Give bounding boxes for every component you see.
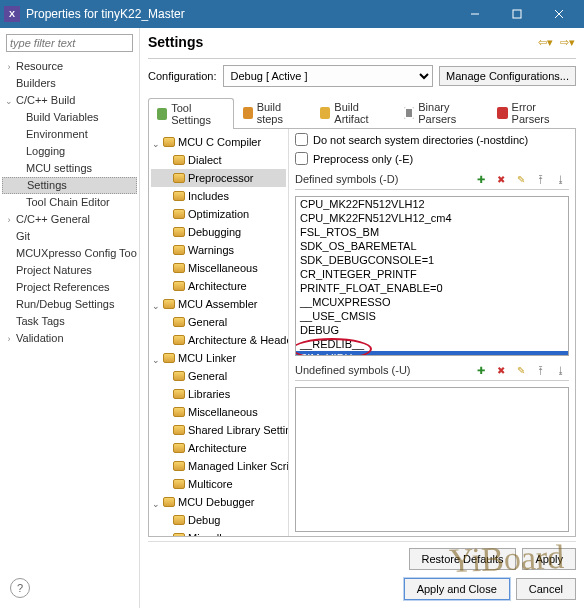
tab-build-artifact[interactable]: Build Artifact [311,97,395,128]
tool-mcu-c-compiler[interactable]: ⌄MCU C Compiler [151,133,286,151]
help-button[interactable]: ? [10,578,30,598]
tool-warnings[interactable]: Warnings [151,241,286,259]
symbol-item[interactable]: __USE_CMSIS [296,309,568,323]
tool-optimization[interactable]: Optimization [151,205,286,223]
category-run-debug-settings[interactable]: Run/Debug Settings [2,296,137,313]
configuration-select[interactable]: Debug [ Active ] [223,65,434,87]
delete-symbol-icon[interactable]: ✖ [493,171,509,187]
sheet-icon [163,353,175,363]
edit-symbol-icon[interactable]: ✎ [513,171,529,187]
tab-error-parsers[interactable]: Error Parsers [488,97,576,128]
category-git[interactable]: Git [2,228,137,245]
symbol-item[interactable]: SIM_UIDH [296,351,568,356]
category-resource[interactable]: ›Resource [2,58,137,75]
inner-footer: Restore Defaults Apply [148,541,576,572]
category-project-natures[interactable]: Project Natures [2,262,137,279]
category-mcu-settings[interactable]: MCU settings [2,160,137,177]
close-button[interactable] [538,0,580,28]
minimize-button[interactable] [454,0,496,28]
symbol-item[interactable]: FSL_RTOS_BM [296,225,568,239]
tool-managed-linker-script[interactable]: Managed Linker Script [151,457,286,475]
tab-binary-parsers[interactable]: Binary Parsers [395,97,488,128]
category-tool-chain-editor[interactable]: Tool Chain Editor [2,194,137,211]
nostdinc-checkbox-row[interactable]: Do not search system directories (-nostd… [295,133,569,146]
category-logging[interactable]: Logging [2,143,137,160]
add-symbol-icon[interactable]: ✚ [473,171,489,187]
move-down-uicon[interactable]: ⭳ [553,362,569,378]
category-builders[interactable]: Builders [2,75,137,92]
category-validation[interactable]: ›Validation [2,330,137,347]
tool-general[interactable]: General [151,313,286,331]
undefined-symbols-list[interactable] [295,387,569,532]
tool-debugging[interactable]: Debugging [151,223,286,241]
sheet-icon [173,515,185,525]
sheet-icon [173,479,185,489]
symbol-item[interactable]: __MCUXPRESSO [296,295,568,309]
delete-usymbol-icon[interactable]: ✖ [493,362,509,378]
tool-mcu-linker[interactable]: ⌄MCU Linker [151,349,286,367]
move-up-uicon[interactable]: ⭱ [533,362,549,378]
tool-shared-library-settings[interactable]: Shared Library Settings [151,421,286,439]
category-build-variables[interactable]: Build Variables [2,109,137,126]
settings-pane: Settings ⇦▾ ⇨▾ Configuration: Debug [ Ac… [140,28,584,608]
tool-miscellaneous[interactable]: Miscellaneous [151,529,286,536]
symbol-item[interactable]: PRINTF_FLOAT_ENABLE=0 [296,281,568,295]
tool-mcu-assembler[interactable]: ⌄MCU Assembler [151,295,286,313]
category-environment[interactable]: Environment [2,126,137,143]
restore-defaults-button[interactable]: Restore Defaults [409,548,517,570]
tool-libraries[interactable]: Libraries [151,385,286,403]
tool-miscellaneous[interactable]: Miscellaneous [151,403,286,421]
page-title: Settings [148,34,537,50]
apply-and-close-button[interactable]: Apply and Close [404,578,510,600]
category-tree[interactable]: ›ResourceBuilders⌄C/C++ BuildBuild Varia… [2,58,137,604]
sheet-icon [163,497,175,507]
category-project-references[interactable]: Project References [2,279,137,296]
edit-usymbol-icon[interactable]: ✎ [513,362,529,378]
tool-general[interactable]: General [151,367,286,385]
tab-build-steps[interactable]: Build steps [234,97,312,128]
tool-tree[interactable]: ⌄MCU C CompilerDialectPreprocessorInclud… [149,129,289,536]
tool-architecture[interactable]: Architecture [151,439,286,457]
move-up-icon[interactable]: ⭱ [533,171,549,187]
defined-symbols-list[interactable]: CPU_MK22FN512VLH12CPU_MK22FN512VLH12_cm4… [295,196,569,356]
tool-mcu-debugger[interactable]: ⌄MCU Debugger [151,493,286,511]
apply-button[interactable]: Apply [522,548,576,570]
symbol-item[interactable]: __REDLIB__ [296,337,568,351]
cancel-button[interactable]: Cancel [516,578,576,600]
tool-architecture[interactable]: Architecture [151,277,286,295]
defined-symbols-header: Defined symbols (-D) ✚ ✖ ✎ ⭱ ⭳ [295,171,569,190]
symbol-item[interactable]: CPU_MK22FN512VLH12_cm4 [296,211,568,225]
sheet-icon [173,407,185,417]
category-sidebar: ›ResourceBuilders⌄C/C++ BuildBuild Varia… [0,28,140,608]
nostdinc-checkbox[interactable] [295,133,308,146]
tool-dialect[interactable]: Dialect [151,151,286,169]
symbol-item[interactable]: CPU_MK22FN512VLH12 [296,197,568,211]
symbol-item[interactable]: SDK_OS_BAREMETAL [296,239,568,253]
symbol-item[interactable]: DEBUG [296,323,568,337]
preprocess-only-checkbox-row[interactable]: Preprocess only (-E) [295,152,569,165]
tab-tool-settings[interactable]: Tool Settings [148,98,234,129]
category-c-c-general[interactable]: ›C/C++ General [2,211,137,228]
category-task-tags[interactable]: Task Tags [2,313,137,330]
tool-debug[interactable]: Debug [151,511,286,529]
symbol-item[interactable]: CR_INTEGER_PRINTF [296,267,568,281]
category-mcuxpresso-config-tools[interactable]: MCUXpresso Config Tools [2,245,137,262]
tool-architecture-headers[interactable]: Architecture & Headers [151,331,286,349]
nav-arrows: ⇦▾ ⇨▾ [537,36,576,49]
category-c-c-build[interactable]: ⌄C/C++ Build [2,92,137,109]
category-settings[interactable]: Settings [2,177,137,194]
back-icon[interactable]: ⇦▾ [537,36,555,49]
add-usymbol-icon[interactable]: ✚ [473,362,489,378]
symbol-item[interactable]: SDK_DEBUGCONSOLE=1 [296,253,568,267]
maximize-button[interactable] [496,0,538,28]
tool-preprocessor[interactable]: Preprocessor [151,169,286,187]
preprocess-only-checkbox[interactable] [295,152,308,165]
move-down-icon[interactable]: ⭳ [553,171,569,187]
tool-multicore[interactable]: Multicore [151,475,286,493]
tool-miscellaneous[interactable]: Miscellaneous [151,259,286,277]
config-label: Configuration: [148,70,217,82]
filter-input[interactable] [6,34,133,52]
tool-includes[interactable]: Includes [151,187,286,205]
forward-icon[interactable]: ⇨▾ [558,36,576,49]
manage-configurations-button[interactable]: Manage Configurations... [439,66,576,86]
